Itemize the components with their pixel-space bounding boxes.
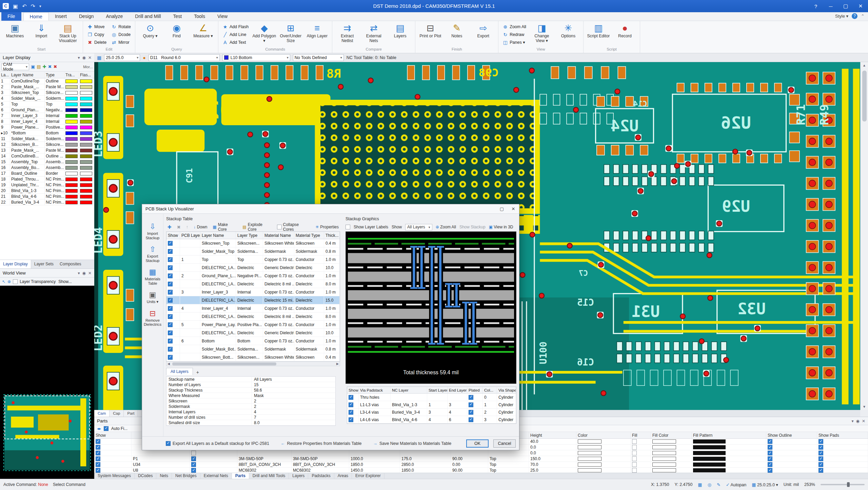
layer-flash-color-swatch[interactable]: [80, 183, 92, 187]
layer-row[interactable]: 7Inner_Layer_3Internal: [0, 113, 94, 119]
layer-flash-color-swatch[interactable]: [80, 154, 92, 158]
scroll-down-icon[interactable]: ▼: [863, 403, 866, 410]
layer-draw-color-swatch[interactable]: [65, 149, 78, 152]
open-layers-icon[interactable]: ▤: [37, 64, 41, 69]
layer-draw-color-swatch[interactable]: [65, 183, 78, 187]
layer-draw-color-swatch[interactable]: [65, 166, 78, 170]
fill-checkbox[interactable]: [632, 451, 637, 455]
stackup-layer-row[interactable]: DIELECTRIC_LA...DielectricGeneric Dielec…: [166, 264, 340, 272]
fill-checkbox[interactable]: [632, 445, 637, 450]
ribbon-button-print-or-plot[interactable]: ⊟Print or Plot: [417, 22, 443, 47]
outline-checkbox[interactable]: [768, 439, 772, 444]
dock-tab-parts[interactable]: Parts: [232, 473, 249, 479]
show-checkbox[interactable]: [168, 331, 173, 335]
close-panel-icon[interactable]: ✕: [862, 419, 865, 423]
view-tab-cam[interactable]: Cam: [94, 410, 110, 417]
autopan-toggle[interactable]: Autopan: [731, 483, 747, 487]
hide-all-icon[interactable]: ✖: [48, 64, 52, 69]
grid-spacing-dropdown[interactable]: 25.0 25.0▾: [104, 54, 140, 61]
move-down-button[interactable]: ↓Down: [192, 224, 209, 230]
show-options-label[interactable]: Show...: [58, 279, 72, 284]
view-tab-cap[interactable]: Cap: [110, 410, 124, 417]
remove-dielectrics-button[interactable]: ⊟Remove Dielectrics: [142, 309, 163, 327]
layer-draw-color-swatch[interactable]: [65, 126, 78, 129]
zoom-slider[interactable]: [821, 484, 865, 485]
add-stackup-tab-button[interactable]: +: [194, 370, 201, 375]
add-layer-icon[interactable]: ✚: [43, 64, 46, 69]
show-checkbox[interactable]: [349, 417, 353, 422]
layer-row[interactable]: 20Blind_Via_1-3NC Prim...: [0, 188, 94, 194]
stackup-property-row[interactable]: Stackup Thickness58.6: [166, 388, 335, 393]
stackup-property-row[interactable]: Stackup nameAll Layers: [166, 377, 335, 382]
layer-draw-color-swatch[interactable]: [65, 137, 78, 141]
ribbon-button-measure[interactable]: ∠Measure ▾: [190, 22, 216, 47]
show-checkbox[interactable]: [168, 355, 173, 360]
show-checkbox[interactable]: [168, 241, 173, 246]
layer-row[interactable]: 2Paste_Mask_...Paste M...: [0, 84, 94, 90]
pads-checkbox[interactable]: [818, 451, 823, 455]
ribbon-button-dcode[interactable]: ◎Dcode: [109, 31, 133, 38]
ribbon-button-rotate[interactable]: ↻Rotate: [109, 23, 133, 30]
ribbon-button-move[interactable]: ✚Move: [85, 23, 108, 30]
outline-checkbox[interactable]: [768, 462, 772, 467]
show-checkbox[interactable]: [168, 347, 173, 352]
show-checkbox[interactable]: [349, 410, 353, 415]
show-checkbox[interactable]: [168, 322, 173, 327]
stackup-layer-row[interactable]: DIELECTRIC_LA...DielectricDielectric 15 …: [166, 296, 340, 304]
layer-flash-color-swatch[interactable]: [80, 166, 92, 170]
stackup-layer-row[interactable]: DIELECTRIC_LA...DielectricDielectric 8 m…: [166, 280, 340, 288]
ribbon-button-align-layer[interactable]: ≡Align Layer: [304, 22, 330, 47]
layer-row[interactable]: 22Buried_Via_3-4NC Prim...: [0, 200, 94, 205]
part-row[interactable]: P13M-SMD-50P3M-SMD-50P1000.0175.090.00To…: [94, 456, 868, 462]
nc-tools-dropdown[interactable]: No Tools Defined▾: [293, 54, 344, 61]
layer-draw-color-swatch[interactable]: [65, 85, 78, 89]
ribbon-tab-drill-and-mill[interactable]: Drill and Mill: [129, 12, 167, 21]
tab-all-layers[interactable]: All Layers: [166, 368, 193, 375]
add-layer-icon[interactable]: ✚: [166, 224, 173, 230]
layer-transparency-checkbox[interactable]: [13, 279, 18, 284]
pin-icon[interactable]: ◉: [856, 419, 859, 423]
plated-checkbox[interactable]: [469, 395, 473, 400]
pads-checkbox[interactable]: [818, 445, 823, 450]
delete-layer-icon[interactable]: ✖: [176, 224, 182, 230]
dock-tab-external-nets[interactable]: External Nets: [200, 473, 232, 479]
layer-draw-color-swatch[interactable]: [65, 131, 78, 135]
customize-quick-access-button[interactable]: ▾: [39, 4, 41, 8]
layer-flash-color-swatch[interactable]: [80, 102, 92, 106]
panel-menu-icon[interactable]: ▾: [78, 55, 80, 60]
sel-checkbox[interactable]: [191, 468, 196, 473]
layer-flash-color-swatch[interactable]: [80, 137, 92, 141]
ribbon-button-machines[interactable]: ▣Machines: [2, 22, 28, 47]
plated-checkbox[interactable]: [469, 402, 473, 407]
zoom-all-button[interactable]: ⊕ Zoom All: [436, 225, 456, 229]
stackup-layer-row[interactable]: DIELECTRIC_LA...DielectricGeneric Dielec…: [166, 329, 340, 337]
show-checkbox[interactable]: [168, 249, 173, 254]
pin-icon[interactable]: ◉: [82, 271, 85, 276]
ribbon-tab-insert[interactable]: Insert: [49, 12, 73, 21]
stackup-property-row[interactable]: Number of Layers15: [166, 382, 335, 388]
fill-checkbox[interactable]: [632, 462, 637, 467]
show-checkbox[interactable]: [168, 257, 173, 262]
minimize-button[interactable]: ─: [823, 0, 838, 12]
stackup-layer-row[interactable]: 3Inner_Layer_3InternalCopper 0.73 oz...C…: [166, 288, 340, 296]
pin-icon[interactable]: ◉: [82, 55, 85, 60]
horizontal-scrollbar[interactable]: ◀▶: [166, 362, 340, 366]
stackup-property-row[interactable]: Soldermask2: [166, 404, 335, 409]
pads-checkbox[interactable]: [818, 456, 823, 461]
ribbon-button-delete[interactable]: ✖Delete: [85, 39, 108, 46]
sel-checkbox[interactable]: [191, 451, 196, 455]
ribbon-button-export[interactable]: ⇨Export: [470, 22, 496, 47]
layer-row[interactable]: 18Plated_Throu...NC Prim...: [0, 176, 94, 182]
help-icon[interactable]: ?: [852, 13, 857, 19]
show-checkbox[interactable]: [168, 282, 173, 286]
ribbon-button-add-text[interactable]: AAdd Text: [220, 39, 251, 46]
dock-tab-drill-and-mill-tools[interactable]: Drill and Mill Tools: [249, 473, 289, 479]
stackup-property-row[interactable]: Internal Layers4: [166, 409, 335, 415]
layer-flash-color-swatch[interactable]: [80, 108, 92, 112]
active-layer-dropdown[interactable]: L10 Bottom▾: [222, 54, 290, 61]
sel-checkbox[interactable]: [191, 462, 196, 467]
ribbon-tab-design[interactable]: Design: [73, 12, 100, 21]
show-checkbox[interactable]: [168, 274, 173, 278]
layer-flash-color-swatch[interactable]: [80, 131, 92, 135]
stackup-layer-row[interactable]: 5Power_Plane_Lay...Positive Pla...Copper…: [166, 321, 340, 329]
